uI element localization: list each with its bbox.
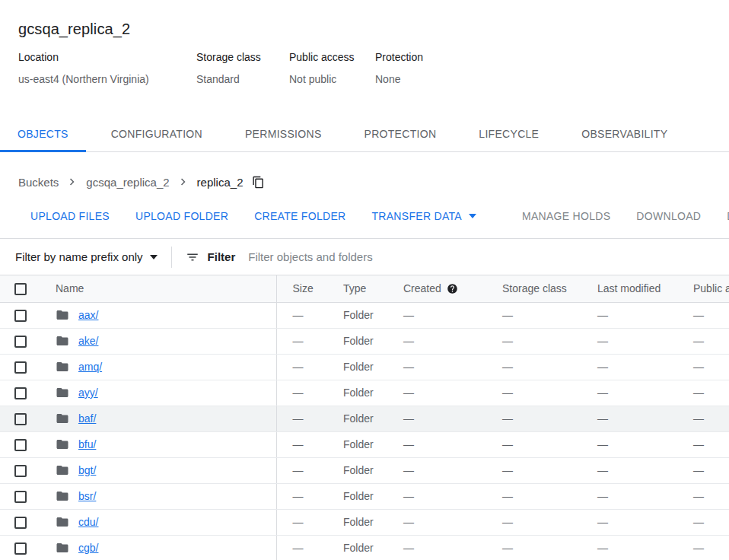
size-cell: —	[276, 380, 343, 406]
folder-icon	[56, 308, 69, 322]
row-checkbox[interactable]	[14, 361, 27, 374]
created-cell: —	[403, 302, 496, 328]
created-cell: —	[403, 483, 496, 509]
last-modified-cell: —	[591, 535, 687, 560]
object-link[interactable]: bsr/	[78, 490, 96, 502]
object-link[interactable]: cgb/	[78, 542, 98, 554]
storage-class-cell: —	[496, 431, 591, 457]
create-folder-button[interactable]: CREATE FOLDER	[242, 202, 358, 230]
last-modified-cell: —	[591, 483, 687, 509]
row-checkbox[interactable]	[14, 491, 27, 503]
row-checkbox[interactable]	[14, 517, 27, 529]
type-cell: Folder	[343, 431, 403, 457]
object-row: baf/—Folder————	[0, 406, 729, 431]
size-cell: —	[276, 457, 343, 483]
meta-value: Not public	[289, 73, 375, 85]
tab-lifecycle[interactable]: LIFECYCLE	[461, 116, 556, 151]
objects-table: Name Size Type Created Storage class Las…	[0, 275, 729, 560]
size-cell: —	[276, 509, 343, 535]
row-checkbox[interactable]	[14, 336, 27, 348]
storage-class-cell: —	[496, 380, 591, 406]
meta-value: us-east4 (Northern Virginia)	[18, 73, 196, 85]
folder-icon	[56, 489, 69, 503]
last-modified-cell: —	[591, 509, 687, 535]
tab-protection[interactable]: PROTECTION	[347, 116, 454, 151]
bucket-meta: Locationus-east4 (Northern Virginia)Stor…	[18, 51, 711, 85]
upload-folder-button[interactable]: UPLOAD FOLDER	[123, 202, 240, 230]
public-access-cell: —	[687, 328, 729, 354]
size-cell: —	[276, 483, 343, 509]
tab-bar: OBJECTSCONFIGURATIONPERMISSIONSPROTECTIO…	[0, 116, 729, 152]
meta-label: Protection	[375, 51, 423, 63]
object-link[interactable]: cdu/	[78, 516, 98, 528]
public-access-cell: —	[687, 406, 729, 431]
table-header-row: Name Size Type Created Storage class Las…	[0, 275, 729, 302]
meta-value: Standard	[196, 73, 289, 85]
transfer-data-button[interactable]: TRANSFER DATA	[359, 202, 489, 230]
upload-files-button[interactable]: UPLOAD FILES	[18, 202, 122, 230]
row-checkbox[interactable]	[14, 413, 27, 425]
object-row: bfu/—Folder————	[0, 431, 729, 457]
content-copy-icon[interactable]	[250, 174, 266, 190]
toolbar-button-label: UPLOAD FILES	[30, 210, 110, 222]
type-cell: Folder	[343, 302, 403, 328]
column-header-name: Name	[41, 275, 276, 302]
object-row: cgb/—Folder————	[0, 535, 729, 560]
public-access-cell: —	[687, 535, 729, 560]
select-all-checkbox[interactable]	[14, 283, 27, 295]
row-checkbox[interactable]	[14, 542, 27, 555]
tab-observability[interactable]: OBSERVABILITY	[564, 116, 685, 151]
row-checkbox[interactable]	[14, 310, 27, 322]
chevron-right-icon	[65, 175, 79, 189]
type-cell: Folder	[343, 457, 403, 483]
created-cell: —	[403, 380, 496, 406]
folder-icon	[56, 541, 69, 555]
last-modified-cell: —	[591, 457, 687, 483]
help-icon[interactable]	[447, 283, 458, 294]
meta-label: Storage class	[196, 51, 289, 63]
storage-class-cell: —	[496, 535, 591, 560]
filter-scope-dropdown[interactable]: Filter by name prefix only	[15, 250, 158, 263]
download-button: DOWNLOAD	[624, 202, 713, 230]
meta-item-protection: ProtectionNone	[375, 51, 423, 85]
filter-scope-label: Filter by name prefix only	[15, 250, 143, 263]
object-link[interactable]: bfu/	[78, 438, 96, 450]
row-checkbox[interactable]	[14, 439, 27, 451]
breadcrumb-item-gcsqa-replica-2[interactable]: gcsqa_replica_2	[86, 176, 169, 189]
last-modified-cell: —	[591, 302, 687, 328]
object-link[interactable]: aax/	[78, 309, 98, 321]
breadcrumb-item-replica-2: replica_2	[197, 176, 244, 189]
toolbar-button-label: UPLOAD FOLDER	[135, 210, 228, 222]
created-cell: —	[403, 431, 496, 457]
filter-input[interactable]	[247, 250, 714, 264]
tab-configuration[interactable]: CONFIGURATION	[94, 116, 220, 151]
type-cell: Folder	[343, 354, 403, 380]
breadcrumb-item-buckets[interactable]: Buckets	[18, 176, 59, 189]
object-link[interactable]: amq/	[78, 361, 102, 373]
created-cell: —	[403, 354, 496, 380]
object-link[interactable]: bgt/	[78, 464, 96, 476]
storage-class-cell: —	[496, 328, 591, 354]
object-row: ayy/—Folder————	[0, 380, 729, 406]
last-modified-cell: —	[591, 406, 687, 431]
object-link[interactable]: baf/	[78, 412, 96, 425]
object-row: amq/—Folder————	[0, 354, 729, 380]
column-header-last-modified: Last modified	[591, 275, 687, 302]
filter-bar: Filter by name prefix only Filter	[0, 238, 729, 275]
meta-item-storage-class: Storage classStandard	[196, 51, 289, 85]
tab-permissions[interactable]: PERMISSIONS	[228, 116, 339, 151]
row-checkbox[interactable]	[14, 465, 27, 477]
filter-label: Filter	[208, 250, 236, 263]
storage-class-cell: —	[496, 483, 591, 509]
object-link[interactable]: ayy/	[78, 387, 98, 399]
object-link[interactable]: ake/	[78, 335, 98, 347]
type-cell: Folder	[343, 535, 403, 560]
folder-icon	[56, 463, 69, 477]
row-checkbox[interactable]	[14, 387, 27, 399]
meta-value: None	[375, 73, 423, 85]
breadcrumb: Bucketsgcsqa_replica_2replica_2	[0, 164, 729, 200]
tab-objects[interactable]: OBJECTS	[0, 116, 86, 151]
object-row: cdu/—Folder————	[0, 509, 729, 535]
public-access-cell: —	[687, 431, 729, 457]
type-cell: Folder	[343, 328, 403, 354]
